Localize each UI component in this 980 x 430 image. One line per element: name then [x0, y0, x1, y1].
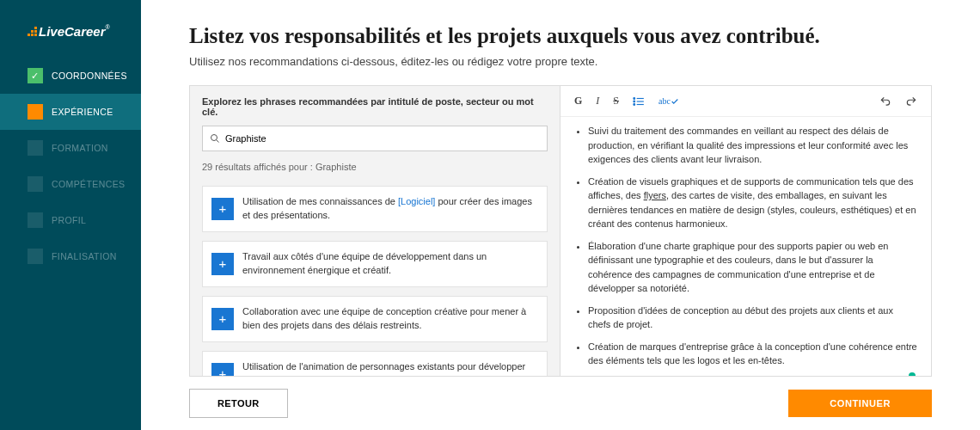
recommendation-card: + Utilisation de l'animation de personna… — [202, 351, 548, 376]
check-icon — [671, 97, 679, 106]
sidebar-item-label: COORDONNÉES — [52, 71, 127, 81]
todo-step-icon — [28, 176, 43, 192]
strike-button[interactable]: S — [613, 95, 619, 108]
main-content: Listez vos responsabilités et les projet… — [141, 0, 980, 430]
recommendation-text: Utilisation de l'animation de personnage… — [242, 352, 547, 376]
page-title: Listez vos responsabilités et les projet… — [189, 24, 932, 48]
italic-button[interactable]: I — [596, 95, 599, 108]
search-input-wrapper[interactable] — [202, 126, 548, 151]
logo: LiveCareer® — [0, 24, 141, 58]
sidebar-item-label: COMPÉTENCES — [52, 179, 126, 189]
bold-button[interactable]: G — [574, 95, 582, 108]
bullet-list-button[interactable] — [633, 96, 645, 107]
redo-icon — [905, 95, 917, 108]
editor-bullet[interactable]: Élaboration d'une charte graphique pour … — [588, 239, 917, 296]
editor-bullet[interactable]: Création de visuels graphiques et de sup… — [588, 175, 917, 231]
recommendations-panel: Explorez les phrases recommandées par in… — [190, 86, 560, 376]
page-subtitle: Utilisez nos recommandations ci-dessous,… — [189, 55, 932, 68]
svg-line-1 — [217, 140, 219, 143]
list-icon — [633, 96, 645, 107]
svg-point-0 — [211, 135, 217, 141]
recommendation-text: Collaboration avec une équipe de concept… — [242, 297, 547, 341]
search-icon — [210, 133, 220, 144]
sidebar-item-finalisation[interactable]: FINALISATION — [0, 238, 141, 274]
sidebar-item-label: FORMATION — [52, 143, 108, 153]
editor-content[interactable]: Suivi du traitement des commandes en vei… — [560, 117, 931, 376]
check-icon: ✓ — [28, 68, 43, 83]
recommendation-cards: + Utilisation de mes connaissances de [L… — [190, 182, 560, 376]
sidebar-item-label: PROFIL — [52, 215, 86, 225]
editor-bullet[interactable]: Création de marques d'entreprise grâce à… — [588, 340, 917, 368]
todo-step-icon — [28, 212, 43, 228]
recommendations-title: Explorez les phrases recommandées par in… — [202, 96, 548, 117]
sidebar-item-profil[interactable]: PROFIL — [0, 202, 141, 238]
recommendation-card: + Utilisation de mes connaissances de [L… — [202, 186, 548, 232]
back-button[interactable]: RETOUR — [189, 389, 288, 418]
sidebar-item-label: EXPÉRIENCE — [52, 107, 113, 117]
continue-button[interactable]: CONTINUER — [788, 390, 932, 417]
sidebar-item-experience[interactable]: EXPÉRIENCE — [0, 94, 141, 130]
svg-point-6 — [634, 103, 635, 105]
add-phrase-button[interactable]: + — [211, 308, 234, 330]
todo-step-icon — [28, 249, 43, 264]
add-phrase-button[interactable]: + — [211, 363, 234, 376]
svg-point-4 — [634, 101, 635, 102]
sidebar-item-formation[interactable]: FORMATION — [0, 130, 141, 166]
redo-button[interactable] — [905, 95, 917, 108]
svg-point-2 — [634, 97, 635, 99]
sidebar-item-competences[interactable]: COMPÉTENCES — [0, 166, 141, 202]
sidebar-item-coordonnees[interactable]: ✓ COORDONNÉES — [0, 58, 141, 94]
results-count: 29 résultats affichés pour : Graphiste — [202, 162, 548, 172]
logo-icon — [28, 27, 38, 37]
recommendation-text: Travail aux côtés d'une équipe de dévelo… — [242, 242, 547, 286]
editor-toolbar: G I S abc — [560, 86, 931, 117]
editor-bullet[interactable]: Suivi du traitement des commandes en vei… — [588, 124, 917, 167]
logo-text: LiveCareer® — [39, 24, 110, 39]
sidebar: LiveCareer® ✓ COORDONNÉES EXPÉRIENCE FOR… — [0, 0, 141, 430]
active-step-icon — [28, 104, 43, 120]
recommendation-card: + Collaboration avec une équipe de conce… — [202, 296, 548, 342]
todo-step-icon — [28, 140, 43, 156]
undo-button[interactable] — [879, 95, 891, 108]
undo-icon — [879, 95, 891, 108]
sidebar-item-label: FINALISATION — [52, 251, 117, 261]
recommendation-card: + Travail aux côtés d'une équipe de déve… — [202, 241, 548, 287]
status-indicator-icon — [909, 372, 916, 377]
add-phrase-button[interactable]: + — [211, 198, 234, 220]
add-phrase-button[interactable]: + — [211, 253, 234, 275]
editor-bullet[interactable]: Proposition d'idées de conception au déb… — [588, 304, 917, 332]
search-input[interactable] — [225, 133, 540, 144]
recommendation-text: Utilisation de mes connaissances de [Log… — [242, 187, 547, 231]
content-panels: Explorez les phrases recommandées par in… — [189, 85, 932, 377]
editor-panel: G I S abc — [560, 86, 931, 376]
footer: RETOUR CONTINUER — [189, 377, 932, 430]
spellcheck-button[interactable]: abc — [658, 96, 679, 106]
